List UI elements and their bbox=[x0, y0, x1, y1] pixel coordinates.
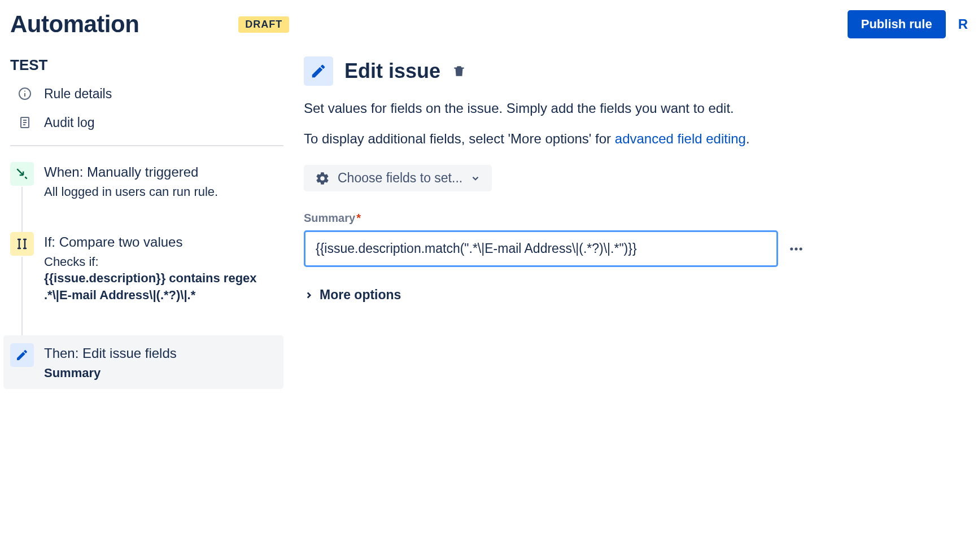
step-action[interactable]: Then: Edit issue fields Summary bbox=[3, 335, 283, 390]
advanced-field-editing-link[interactable]: advanced field editing bbox=[615, 131, 746, 146]
svg-point-2 bbox=[24, 90, 25, 91]
nav-audit-log[interactable]: Audit log bbox=[10, 115, 283, 130]
chevron-right-icon bbox=[304, 290, 314, 300]
content-panel: Edit issue Set values for fields on the … bbox=[304, 56, 968, 389]
content-header: Edit issue bbox=[304, 56, 968, 86]
step-condition-desc: Checks if: {{issue.description}} contain… bbox=[44, 253, 283, 304]
required-star: * bbox=[356, 212, 361, 224]
choose-fields-label: Choose fields to set... bbox=[338, 170, 462, 186]
nav-audit-log-label: Audit log bbox=[44, 115, 95, 130]
sidebar-nav: Rule details Audit log bbox=[10, 86, 283, 146]
svg-point-8 bbox=[794, 247, 797, 250]
step-action-title: Then: Edit issue fields bbox=[44, 345, 277, 361]
trigger-icon bbox=[10, 162, 34, 186]
svg-point-9 bbox=[800, 247, 802, 250]
delete-action-button[interactable] bbox=[452, 64, 466, 78]
nav-rule-details-label: Rule details bbox=[44, 86, 112, 102]
sidebar: TEST Rule details Audit log bbox=[10, 56, 283, 389]
edit-issue-icon bbox=[304, 56, 333, 86]
step-action-subtitle: Summary bbox=[44, 365, 277, 382]
gear-icon bbox=[315, 171, 330, 186]
field-options-button[interactable] bbox=[788, 241, 804, 257]
page-header: Automation DRAFT Publish rule R bbox=[10, 10, 968, 38]
step-condition-title: If: Compare two values bbox=[44, 234, 283, 250]
more-options-toggle[interactable]: More options bbox=[304, 287, 968, 303]
choose-fields-dropdown[interactable]: Choose fields to set... bbox=[304, 165, 492, 191]
document-icon bbox=[18, 116, 33, 130]
more-options-label: More options bbox=[320, 287, 401, 303]
page-title: Automation bbox=[10, 11, 139, 38]
svg-point-7 bbox=[790, 247, 793, 250]
step-condition[interactable]: If: Compare two values Checks if: {{issu… bbox=[10, 232, 283, 335]
condition-icon bbox=[10, 232, 34, 256]
rule-steps: When: Manually triggered All logged in u… bbox=[10, 162, 283, 389]
publish-rule-button[interactable]: Publish rule bbox=[848, 10, 946, 38]
content-desc-1: Set values for fields on the issue. Simp… bbox=[304, 98, 968, 119]
draft-badge: DRAFT bbox=[238, 16, 289, 33]
content-title: Edit issue bbox=[344, 59, 440, 83]
summary-field-label: Summary* bbox=[304, 212, 968, 225]
trash-icon bbox=[452, 64, 466, 78]
nav-rule-details[interactable]: Rule details bbox=[10, 86, 283, 102]
info-icon bbox=[18, 87, 33, 102]
header-trailing-text: R bbox=[958, 16, 968, 32]
header-left: Automation DRAFT bbox=[10, 11, 289, 38]
step-trigger[interactable]: When: Manually triggered All logged in u… bbox=[10, 162, 283, 232]
step-trigger-title: When: Manually triggered bbox=[44, 164, 283, 180]
header-right: Publish rule R bbox=[848, 10, 968, 38]
summary-input[interactable] bbox=[304, 230, 778, 267]
content-desc-2: To display additional fields, select 'Mo… bbox=[304, 129, 968, 149]
step-trigger-desc: All logged in users can run rule. bbox=[44, 183, 283, 200]
kebab-icon bbox=[788, 241, 804, 257]
chevron-down-icon bbox=[470, 173, 481, 183]
edit-icon bbox=[10, 343, 34, 367]
rule-name: TEST bbox=[10, 56, 283, 74]
